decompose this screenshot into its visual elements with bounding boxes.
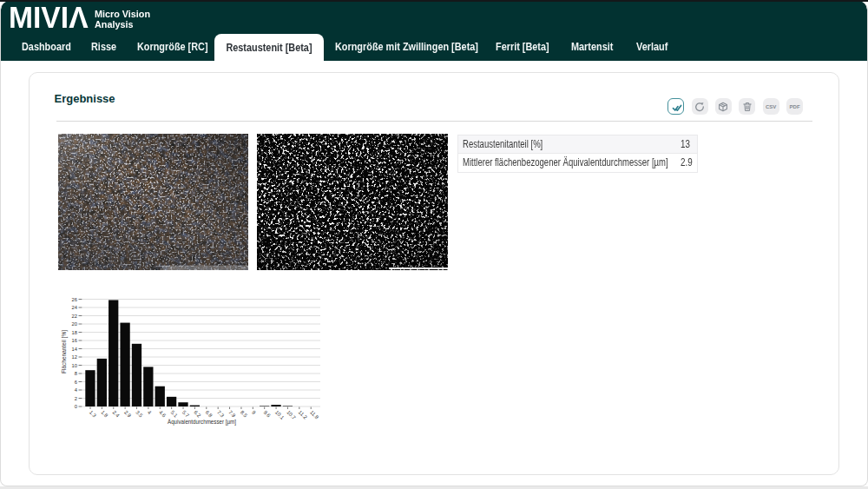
svg-text:6: 6 xyxy=(75,380,77,385)
svg-text:26: 26 xyxy=(72,297,77,302)
svg-text:14: 14 xyxy=(72,347,78,352)
svg-text:7.3: 7.3 xyxy=(216,409,226,419)
svg-text:12: 12 xyxy=(72,354,77,360)
svg-text:2.4: 2.4 xyxy=(112,409,122,419)
svg-text:4.6: 4.6 xyxy=(158,409,168,419)
svg-text:2.9: 2.9 xyxy=(123,409,133,419)
svg-text:4: 4 xyxy=(75,387,78,393)
svg-text:18: 18 xyxy=(72,330,77,335)
svg-text:5.1: 5.1 xyxy=(169,409,179,419)
svg-text:6.8: 6.8 xyxy=(205,409,214,419)
svg-text:6.2: 6.2 xyxy=(193,409,202,419)
svg-text:7.9: 7.9 xyxy=(227,409,237,419)
svg-text:Flächenanteil [%]: Flächenanteil [%] xyxy=(61,330,68,373)
svg-text:0: 0 xyxy=(75,404,77,409)
svg-text:20: 20 xyxy=(72,321,77,327)
svg-text:1.3: 1.3 xyxy=(89,409,98,419)
svg-text:10: 10 xyxy=(72,363,77,368)
svg-text:10.1: 10.1 xyxy=(274,409,286,420)
svg-text:11.8: 11.8 xyxy=(309,409,320,420)
svg-text:3.5: 3.5 xyxy=(135,409,144,419)
svg-text:11.2: 11.2 xyxy=(298,409,309,420)
svg-text:1.8: 1.8 xyxy=(100,409,109,419)
svg-text:16: 16 xyxy=(72,338,77,343)
svg-text:8.5: 8.5 xyxy=(240,409,249,419)
svg-text:9.6: 9.6 xyxy=(262,409,272,419)
svg-text:22: 22 xyxy=(72,314,77,319)
svg-text:4: 4 xyxy=(147,409,153,415)
svg-text:5.7: 5.7 xyxy=(181,409,191,419)
svg-text:24: 24 xyxy=(72,305,78,310)
svg-text:Äquivalentdurchmesser [µm]: Äquivalentdurchmesser [µm] xyxy=(168,419,236,426)
svg-text:2: 2 xyxy=(75,396,77,401)
svg-text:8: 8 xyxy=(75,371,77,376)
svg-text:10.7: 10.7 xyxy=(286,409,297,420)
svg-text:9: 9 xyxy=(251,409,257,415)
